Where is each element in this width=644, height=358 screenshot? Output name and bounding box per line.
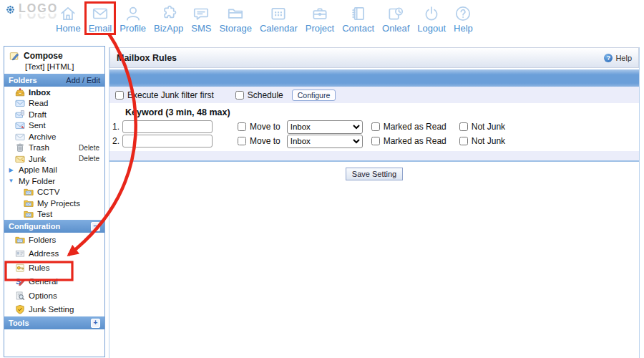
- sidebar-item-config-folders[interactable]: Folders: [4, 233, 104, 247]
- draft-label: Draft: [29, 110, 47, 119]
- sidebar-item-apple-mail[interactable]: ▶ Apple Mail: [4, 165, 104, 176]
- power-icon: [422, 4, 441, 23]
- trash-icon: [15, 142, 25, 153]
- configuration-section-title: Configuration: [9, 222, 60, 231]
- nav-item-logout[interactable]: Logout: [414, 3, 449, 34]
- sidebar-item-general[interactable]: General: [4, 275, 104, 289]
- not-junk-checkbox-2[interactable]: [459, 137, 468, 145]
- filter-options-row: Execute Junk filter first Schedule Confi…: [109, 87, 639, 103]
- schedule-checkbox[interactable]: [235, 91, 244, 100]
- compose-button[interactable]: Compose: [4, 47, 104, 61]
- nav-label-help: Help: [454, 23, 473, 34]
- clock-doc-icon: [386, 4, 405, 23]
- configuration-collapse-toggle[interactable]: −: [91, 222, 100, 231]
- inbox-label: Inbox: [29, 88, 51, 97]
- execute-junk-filter-label[interactable]: Execute Junk filter first: [127, 90, 214, 100]
- marked-as-read-label[interactable]: Marked as Read: [384, 136, 447, 146]
- folder-select-1[interactable]: Inbox: [287, 120, 363, 134]
- chat-icon: [192, 4, 210, 23]
- nav-item-bizapp[interactable]: BizApp: [151, 3, 186, 34]
- archive-label: Archive: [29, 132, 56, 141]
- my-projects-label: My Projects: [37, 199, 80, 208]
- sidebar-item-junk[interactable]: Junk Delete: [4, 153, 104, 165]
- compose-text-link[interactable]: [Text]: [25, 62, 44, 71]
- keyword-input-1[interactable]: [122, 120, 213, 133]
- nav-item-home[interactable]: Home: [53, 3, 84, 34]
- nav-item-calendar[interactable]: Calendar: [257, 3, 301, 34]
- sidebar-item-draft[interactable]: Draft: [4, 109, 104, 120]
- move-to-label[interactable]: Move to: [250, 136, 280, 146]
- sidebar-item-inbox[interactable]: Inbox: [4, 87, 104, 98]
- help-label: Help: [615, 54, 632, 62]
- config-folders-label: Folders: [29, 236, 56, 244]
- email-icon: [91, 4, 109, 23]
- compose-html-link[interactable]: [HTML]: [47, 62, 74, 71]
- sidebar-item-options[interactable]: Options: [4, 289, 104, 303]
- junk-envelope-icon: [15, 154, 25, 164]
- marked-as-read-checkbox-1[interactable]: [371, 122, 380, 131]
- nav-item-onleaf[interactable]: Onleaf: [379, 3, 412, 34]
- nav-item-help[interactable]: Help: [451, 3, 476, 34]
- move-to-checkbox-2[interactable]: [238, 137, 246, 145]
- trash-label: Trash: [29, 143, 49, 152]
- save-setting-button[interactable]: Save Setting: [346, 168, 403, 180]
- collapsed-triangle-icon[interactable]: ▶: [7, 167, 15, 173]
- nav-item-sms[interactable]: SMS: [188, 3, 214, 34]
- sidebar-item-rules[interactable]: Rules: [4, 261, 104, 275]
- execute-junk-filter-checkbox[interactable]: [115, 91, 124, 100]
- nav-item-storage[interactable]: Storage: [216, 3, 255, 34]
- not-junk-label[interactable]: Not Junk: [472, 122, 505, 132]
- folders-add-edit-link[interactable]: Add / Edit: [66, 76, 100, 84]
- read-label: Read: [29, 99, 49, 107]
- nav-item-email[interactable]: Email: [86, 3, 115, 34]
- main-panel: Mailbox Rules ? Help Execute Junk filter…: [109, 47, 640, 358]
- help-link[interactable]: ? Help: [604, 54, 632, 62]
- marked-as-read-checkbox-2[interactable]: [371, 137, 380, 145]
- compose-icon: [9, 51, 19, 61]
- folder-icon: [226, 4, 245, 23]
- sidebar-item-my-folder[interactable]: ▼ My Folder: [4, 175, 104, 187]
- sidebar-item-junk-setting[interactable]: Junk Setting: [4, 303, 104, 317]
- archive-envelope-icon: [15, 132, 25, 142]
- test-label: Test: [37, 210, 52, 218]
- trash-delete-link[interactable]: Delete: [79, 144, 104, 152]
- sidebar-item-archive[interactable]: Archive: [4, 131, 104, 142]
- move-to-checkbox-1[interactable]: [238, 122, 246, 131]
- sidebar-item-test[interactable]: Test: [4, 209, 104, 221]
- nav-item-contact[interactable]: Contact: [339, 3, 377, 34]
- nav-item-project[interactable]: Project: [303, 3, 337, 34]
- folders-section-title: Folders: [9, 76, 37, 84]
- move-to-label[interactable]: Move to: [250, 122, 280, 132]
- inbox-icon: [15, 87, 25, 97]
- nav-item-profile[interactable]: Profile: [117, 3, 149, 34]
- not-junk-label[interactable]: Not Junk: [472, 136, 505, 146]
- save-row: Save Setting: [109, 167, 639, 180]
- nav-label-storage: Storage: [219, 23, 252, 34]
- tools-expand-toggle[interactable]: +: [91, 319, 100, 328]
- sidebar-item-sent[interactable]: Sent: [4, 120, 104, 132]
- rules-label: Rules: [29, 263, 49, 272]
- sidebar-item-my-projects[interactable]: My Projects: [4, 198, 104, 209]
- tools-section-title: Tools: [9, 319, 29, 327]
- configure-button[interactable]: Configure: [292, 90, 336, 101]
- schedule-label[interactable]: Schedule: [248, 90, 283, 100]
- options-magnifier-icon: [15, 291, 25, 301]
- junk-delete-link[interactable]: Delete: [79, 155, 104, 163]
- expanded-triangle-icon[interactable]: ▼: [7, 178, 15, 184]
- calendar-icon: [269, 4, 288, 23]
- marked-as-read-label[interactable]: Marked as Read: [384, 122, 447, 132]
- blue-divider-band: [109, 69, 639, 87]
- page-title-bar: Mailbox Rules ? Help: [109, 47, 639, 68]
- question-icon: [454, 4, 472, 23]
- home-icon: [59, 4, 77, 23]
- folder-select-2[interactable]: Inbox: [287, 135, 363, 148]
- keyword-input-2[interactable]: [122, 135, 213, 147]
- sidebar-item-read[interactable]: Read: [4, 98, 104, 110]
- sidebar-item-trash[interactable]: Trash Delete: [4, 142, 104, 154]
- sidebar-item-cctv[interactable]: CCTV: [4, 187, 104, 198]
- logo-reflection: LOGO: [19, 14, 58, 19]
- sidebar-item-address[interactable]: Address: [4, 247, 104, 261]
- not-junk-checkbox-1[interactable]: [459, 122, 468, 131]
- rules-key-icon: [15, 263, 25, 273]
- sidebar: Compose [Text] [HTML] Folders Add / Edit…: [4, 46, 105, 357]
